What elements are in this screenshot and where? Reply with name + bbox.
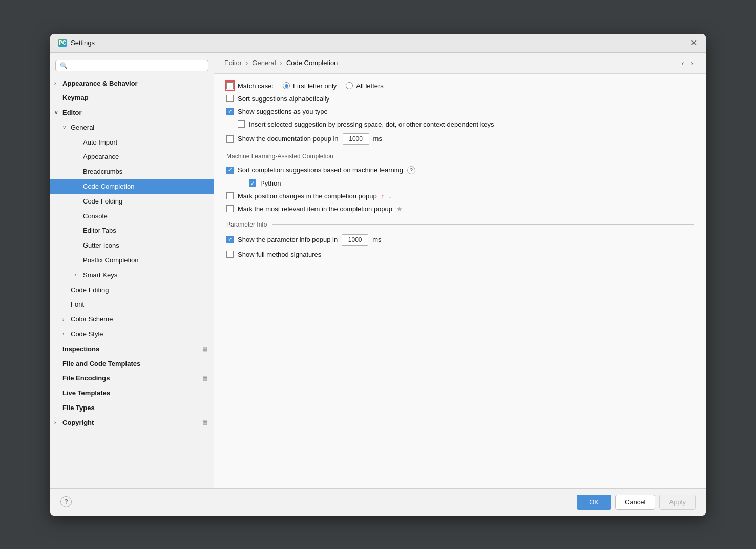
- sidebar-item-label: File and Code Templates: [62, 359, 140, 370]
- sidebar-item-appearance-behavior[interactable]: › Appearance & Behavior: [50, 76, 214, 91]
- sidebar-item-smart-keys[interactable]: › Smart Keys: [50, 268, 214, 283]
- param-section-divider: Parameter Info: [226, 221, 694, 228]
- search-input-wrap[interactable]: 🔍: [55, 60, 208, 71]
- mark-position-row: Mark position changes in the completion …: [226, 192, 694, 200]
- sort-ml-checkbox[interactable]: [226, 167, 234, 174]
- chevron-right-icon: ›: [75, 271, 81, 279]
- sidebar-item-code-completion[interactable]: Code Completion: [50, 179, 214, 194]
- match-case-label: Match case:: [238, 82, 274, 90]
- sidebar-item-breadcrumbs[interactable]: Breadcrumbs: [50, 165, 214, 179]
- sidebar-item-font[interactable]: Font: [50, 297, 214, 312]
- mark-position-checkbox[interactable]: [226, 192, 234, 199]
- python-label: Python: [260, 179, 281, 187]
- chevron-right-icon: ›: [62, 330, 69, 338]
- sort-alphabetically-label: Sort suggestions alphabetically: [238, 95, 329, 103]
- python-checkbox[interactable]: [249, 179, 256, 187]
- sort-alphabetically-checkbox[interactable]: [226, 95, 234, 102]
- help-icon[interactable]: ?: [407, 166, 415, 174]
- insert-selected-row: Insert selected suggestion by pressing s…: [238, 120, 694, 128]
- show-suggestions-checkbox[interactable]: [226, 108, 234, 115]
- footer: ? OK Cancel Apply: [50, 488, 706, 516]
- arrows-icon: ↑: [381, 192, 385, 200]
- show-suggestions-row: Show suggestions as you type: [226, 108, 694, 115]
- ok-button[interactable]: OK: [577, 495, 611, 510]
- show-doc-popup-checkbox[interactable]: [226, 135, 234, 143]
- title-bar-left: PC Settings: [58, 39, 95, 47]
- breadcrumb-nav: ‹ ›: [680, 58, 696, 68]
- nav-forward-button[interactable]: ›: [689, 58, 696, 68]
- dialog-body: 🔍 › Appearance & Behavior Keymap ∨ Edito…: [50, 53, 706, 488]
- settings-icon: ▤: [202, 344, 207, 354]
- sidebar-item-postfix-completion[interactable]: Postfix Completion: [50, 253, 214, 268]
- sidebar-item-auto-import[interactable]: Auto Import: [50, 135, 214, 150]
- close-button[interactable]: ✕: [689, 39, 698, 47]
- radio-all-letters[interactable]: [346, 82, 353, 89]
- mark-relevant-label: Mark the most relevant item in the compl…: [238, 205, 392, 213]
- sidebar-item-live-templates[interactable]: Live Templates: [50, 386, 214, 401]
- cancel-button[interactable]: Cancel: [615, 495, 655, 510]
- doc-popup-ms-label: ms: [373, 135, 382, 143]
- chevron-right-icon: ›: [54, 79, 60, 88]
- sidebar-item-label: Keymap: [62, 93, 89, 104]
- breadcrumb-editor[interactable]: Editor: [224, 59, 242, 67]
- sidebar-item-editor[interactable]: ∨ Editor: [50, 106, 214, 120]
- sidebar-item-label: File Encodings: [62, 373, 110, 384]
- settings-icon: ▤: [202, 374, 207, 383]
- help-button[interactable]: ?: [60, 496, 72, 507]
- footer-buttons: OK Cancel Apply: [577, 495, 696, 510]
- sidebar-item-general[interactable]: ∨ General: [50, 120, 214, 135]
- sidebar-item-label: Auto Import: [83, 137, 117, 148]
- sidebar-item-copyright[interactable]: › Copyright ▤: [50, 416, 214, 431]
- sidebar-item-gutter-icons[interactable]: Gutter Icons: [50, 238, 214, 253]
- match-case-checkbox[interactable]: [226, 82, 234, 89]
- nav-back-button[interactable]: ‹: [680, 58, 686, 68]
- radio-first-letter[interactable]: [283, 82, 290, 89]
- chevron-down-icon: ∨: [54, 109, 60, 117]
- sidebar-item-label: Breadcrumbs: [83, 167, 122, 177]
- breadcrumb-general[interactable]: General: [252, 59, 276, 67]
- search-icon: 🔍: [60, 62, 68, 69]
- mark-relevant-checkbox[interactable]: [226, 205, 234, 212]
- param-popup-ms-input[interactable]: [342, 234, 368, 246]
- sidebar-item-label: Postfix Completion: [83, 255, 138, 266]
- settings-icon: ▤: [202, 418, 207, 428]
- sidebar-item-code-folding[interactable]: Code Folding: [50, 194, 214, 209]
- breadcrumb: Editor › General › Code Completion ‹ ›: [214, 53, 706, 74]
- sidebar-item-label: Code Completion: [83, 181, 134, 192]
- python-row: Python: [249, 179, 694, 187]
- star-icon: ★: [396, 205, 403, 213]
- show-full-signatures-label: Show full method signatures: [238, 251, 321, 258]
- sidebar-item-appearance[interactable]: Appearance: [50, 150, 214, 165]
- show-doc-popup-label: Show the documentation popup in: [238, 135, 339, 143]
- insert-selected-checkbox[interactable]: [238, 120, 245, 128]
- sidebar-item-color-scheme[interactable]: › Color Scheme: [50, 312, 214, 327]
- sidebar-item-code-editing[interactable]: Code Editing: [50, 283, 214, 298]
- show-param-popup-row: Show the parameter info popup in ms: [226, 234, 694, 246]
- sidebar-item-label: Appearance & Behavior: [62, 78, 138, 89]
- sidebar-item-keymap[interactable]: Keymap: [50, 91, 214, 106]
- sidebar-item-inspections[interactable]: Inspections ▤: [50, 342, 214, 357]
- sidebar-item-editor-tabs[interactable]: Editor Tabs: [50, 223, 214, 238]
- sort-ml-row: Sort completion suggestions based on mac…: [226, 166, 694, 174]
- sidebar-item-console[interactable]: Console: [50, 209, 214, 224]
- sidebar-item-code-style[interactable]: › Code Style: [50, 327, 214, 342]
- show-full-signatures-row: Show full method signatures: [226, 251, 694, 258]
- show-param-popup-checkbox[interactable]: [226, 236, 234, 243]
- sidebar-item-file-types[interactable]: File Types: [50, 401, 214, 416]
- apply-button[interactable]: Apply: [659, 495, 696, 510]
- search-input[interactable]: [71, 62, 204, 69]
- dialog-title: Settings: [71, 39, 95, 47]
- sidebar-item-label: Smart Keys: [83, 270, 117, 281]
- show-doc-popup-row: Show the documentation popup in ms: [226, 133, 694, 145]
- radio-first-letter-label: First letter only: [293, 82, 337, 90]
- sidebar-item-file-encodings[interactable]: File Encodings ▤: [50, 371, 214, 386]
- doc-popup-ms-input[interactable]: [343, 133, 369, 145]
- show-full-signatures-checkbox[interactable]: [226, 251, 234, 258]
- sidebar-item-label: Copyright: [62, 418, 94, 429]
- sidebar-item-file-code-templates[interactable]: File and Code Templates: [50, 357, 214, 372]
- sidebar-item-label: Appearance: [83, 152, 119, 162]
- radio-first-letter-wrap: First letter only: [283, 82, 337, 90]
- show-suggestions-label: Show suggestions as you type: [238, 108, 328, 115]
- sidebar-item-label: General: [71, 123, 94, 133]
- sidebar-item-label: Inspections: [62, 344, 99, 355]
